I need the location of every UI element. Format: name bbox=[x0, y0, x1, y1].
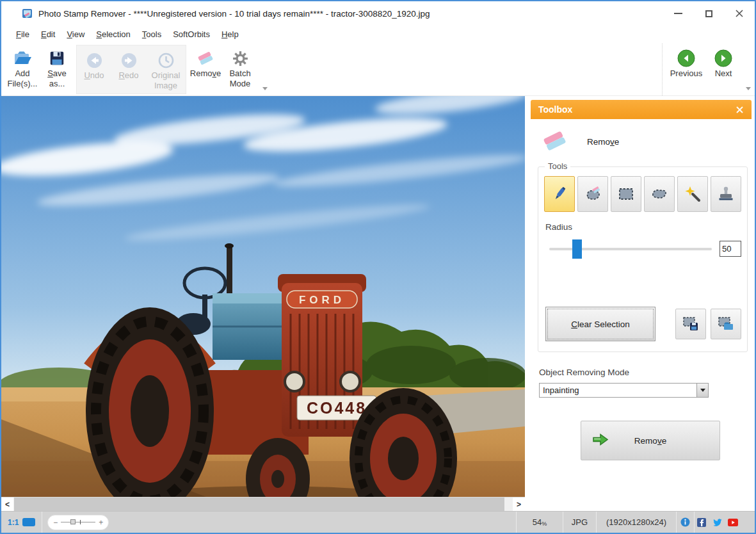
twitter-icon[interactable] bbox=[712, 518, 722, 526]
toolbar-overflow-icon[interactable] bbox=[746, 87, 751, 90]
selection-brush-tool-button[interactable] bbox=[577, 176, 608, 212]
load-selection-icon bbox=[717, 316, 735, 332]
redo-arrow-icon bbox=[120, 50, 138, 70]
clone-stamp-tool-button[interactable] bbox=[711, 176, 741, 212]
mode-selected-value: Inpainting bbox=[540, 385, 696, 395]
minimize-button[interactable] bbox=[663, 1, 693, 26]
history-clock-icon bbox=[157, 50, 175, 70]
photo-canvas[interactable]: FORD CO448 bbox=[1, 96, 525, 497]
open-folder-icon bbox=[13, 48, 32, 69]
menu-selection[interactable]: Selection bbox=[90, 28, 136, 41]
batch-mode-button[interactable]: Batch Mode bbox=[223, 44, 257, 95]
redo-button[interactable]: Redo bbox=[111, 45, 146, 93]
undo-button[interactable]: Undo bbox=[77, 45, 111, 93]
magic-wand-tool-button[interactable] bbox=[677, 176, 708, 212]
add-files-button[interactable]: Add File(s)... bbox=[5, 44, 40, 95]
plate-text: CO448 bbox=[307, 399, 367, 417]
title-bar: Photo Stamp Remover - ****Unregistered v… bbox=[1, 1, 755, 26]
info-button[interactable] bbox=[677, 512, 694, 533]
marker-tool-icon bbox=[551, 184, 568, 204]
youtube-icon[interactable] bbox=[728, 519, 738, 526]
side-panel: Toolbox Remove Tools bbox=[525, 96, 755, 511]
status-bar: 1:1 − + 54% JPG (1920x1280x24) bbox=[1, 511, 755, 533]
dropdown-button[interactable] bbox=[696, 384, 708, 397]
close-icon bbox=[735, 9, 744, 18]
clone-stamp-tool-icon bbox=[717, 186, 735, 202]
undo-arrow-icon bbox=[86, 50, 103, 70]
floppy-disk-icon bbox=[49, 48, 65, 69]
remove-mode-row[interactable]: Remove bbox=[535, 125, 748, 163]
green-back-circle-icon bbox=[677, 48, 695, 69]
history-button-group: Undo Redo Original Image bbox=[76, 45, 186, 94]
scroll-left-button[interactable]: < bbox=[1, 498, 13, 511]
zoom-1-1-button[interactable]: 1:1 bbox=[1, 518, 22, 527]
menu-bar: File Edit View Selection Tools SoftOrbit… bbox=[1, 26, 755, 42]
app-icon bbox=[22, 8, 33, 19]
navigation-group: Previous Next bbox=[662, 44, 752, 95]
file-format-status: JPG bbox=[563, 512, 596, 533]
menu-tools[interactable]: Tools bbox=[136, 28, 167, 41]
menu-view[interactable]: View bbox=[61, 28, 90, 41]
load-selection-button[interactable] bbox=[711, 309, 741, 339]
save-selection-icon bbox=[682, 316, 700, 332]
menu-file[interactable]: File bbox=[10, 28, 35, 41]
gear-icon bbox=[232, 48, 249, 69]
info-icon bbox=[680, 517, 690, 527]
zoom-out-icon[interactable]: − bbox=[53, 519, 58, 526]
grille-text: FORD bbox=[299, 294, 345, 306]
minimize-icon bbox=[674, 13, 682, 14]
zoom-percent-status: 54% bbox=[517, 512, 563, 533]
main-toolbar: Add File(s)... Save as... Undo Redo bbox=[1, 42, 755, 96]
freehand-selection-tool-button[interactable] bbox=[644, 176, 675, 212]
scrollbar-thumb[interactable] bbox=[14, 498, 504, 511]
save-selection-button[interactable] bbox=[675, 309, 706, 339]
tools-legend: Tools bbox=[545, 161, 570, 171]
zoom-in-icon[interactable]: + bbox=[99, 519, 103, 526]
menu-edit[interactable]: Edit bbox=[35, 28, 61, 41]
app-window: Photo Stamp Remover - ****Unregistered v… bbox=[0, 0, 756, 534]
eraser-icon bbox=[541, 131, 569, 152]
close-button[interactable] bbox=[724, 1, 755, 26]
image-dimensions-status: (1920x1280x24) bbox=[597, 512, 676, 533]
toolbox-close-icon[interactable] bbox=[736, 106, 744, 114]
remove-action-button[interactable]: Remove bbox=[581, 421, 720, 460]
toolbar-overflow-icon[interactable] bbox=[262, 87, 268, 90]
magic-wand-tool-icon bbox=[684, 185, 702, 203]
object-removing-mode-label: Object Removing Mode bbox=[539, 368, 748, 377]
remove-tool-button[interactable]: Remove bbox=[188, 44, 223, 95]
clear-selection-button[interactable]: Clear Selection bbox=[545, 307, 655, 341]
chevron-down-icon bbox=[700, 389, 705, 392]
radius-input[interactable] bbox=[720, 241, 741, 257]
rect-selection-tool-icon bbox=[617, 186, 635, 202]
zoom-slider[interactable]: − + bbox=[47, 515, 109, 530]
remove-mode-label: Remove bbox=[587, 137, 619, 147]
marker-tool-button[interactable] bbox=[544, 176, 575, 212]
maximize-icon bbox=[705, 10, 712, 17]
menu-softorbits[interactable]: SoftOrbits bbox=[167, 28, 216, 41]
horizontal-scrollbar[interactable]: < > bbox=[1, 497, 525, 511]
fit-to-window-icon[interactable] bbox=[22, 518, 35, 526]
save-as-button[interactable]: Save as... bbox=[40, 44, 74, 95]
radius-slider-thumb[interactable] bbox=[572, 239, 582, 259]
toolbox-header: Toolbox bbox=[531, 100, 752, 119]
radius-label: Radius bbox=[545, 222, 741, 232]
radius-slider[interactable] bbox=[549, 248, 712, 250]
selection-brush-tool-icon bbox=[583, 184, 602, 204]
facebook-icon[interactable] bbox=[697, 518, 706, 527]
freehand-selection-tool-icon bbox=[650, 186, 669, 202]
rect-selection-tool-button[interactable] bbox=[611, 176, 641, 212]
eraser-icon bbox=[196, 48, 215, 69]
tools-groupbox: Tools bbox=[538, 166, 748, 352]
remove-action-label: Remove bbox=[634, 436, 666, 446]
original-image-button[interactable]: Original Image bbox=[146, 45, 186, 93]
green-forward-circle-icon bbox=[714, 48, 732, 69]
maximize-button[interactable] bbox=[693, 1, 724, 26]
menu-help[interactable]: Help bbox=[216, 28, 245, 41]
previous-button[interactable]: Previous bbox=[666, 44, 706, 95]
scroll-right-button[interactable]: > bbox=[513, 498, 525, 511]
green-arrow-icon bbox=[591, 432, 609, 449]
zoom-slider-thumb[interactable] bbox=[70, 519, 76, 524]
window-title: Photo Stamp Remover - ****Unregistered v… bbox=[38, 9, 430, 19]
object-removing-mode-select[interactable]: Inpainting bbox=[539, 383, 709, 398]
next-button[interactable]: Next bbox=[706, 44, 741, 95]
